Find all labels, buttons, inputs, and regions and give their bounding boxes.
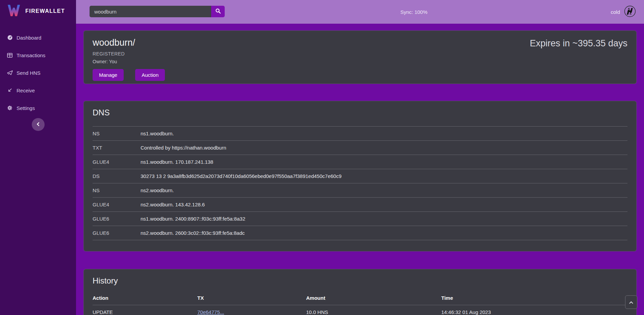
dns-record-value: ns1.woodburn. xyxy=(141,127,627,141)
dns-record-type: GLUE4 xyxy=(93,155,141,169)
domain-owner: Owner: You xyxy=(93,59,627,64)
dns-record-value: ns2.woodburn. 143.42.128.6 xyxy=(141,198,627,212)
history-col-action: Action xyxy=(93,291,197,305)
scroll-to-top-button[interactable] xyxy=(625,295,637,309)
dns-record-value: ns2.woodburn. 2600:3c02::f03c:93ff:fe5a:… xyxy=(141,226,627,240)
sidebar-item-label: Transactions xyxy=(17,52,45,58)
chevron-left-icon xyxy=(36,122,40,128)
firewallet-logo-icon xyxy=(7,4,21,18)
dns-record-type: NS xyxy=(93,127,141,141)
dns-record-row: GLUE6 ns1.woodburn. 2400:8907::f03c:93ff… xyxy=(93,212,627,226)
dns-record-type: GLUE6 xyxy=(93,226,141,240)
dns-record-value: ns1.woodburn. 170.187.241.138 xyxy=(141,155,627,169)
auction-button[interactable]: Auction xyxy=(135,69,165,81)
sidebar-nav: Dashboard Transactions Send HNS Receive xyxy=(0,29,76,117)
sync-status: Sync: 100% xyxy=(400,0,427,24)
sidebar-item-transactions[interactable]: Transactions xyxy=(0,46,76,64)
domain-expiry: Expires in ~395.35 days xyxy=(530,38,627,49)
search-input[interactable] xyxy=(90,6,211,17)
manage-button[interactable]: Manage xyxy=(93,69,124,81)
dns-title: DNS xyxy=(93,108,627,117)
tx-link[interactable]: 70e64775... xyxy=(197,309,224,315)
search-bar xyxy=(90,6,225,17)
dns-record-value: ns1.woodburn. 2400:8907::f03c:93ff:fe5a:… xyxy=(141,212,627,226)
sidebar-item-label: Receive xyxy=(17,88,35,93)
dns-record-type: DS xyxy=(93,169,141,183)
sidebar: FIREWALLET Dashboard Transactions Send H… xyxy=(0,0,76,315)
transactions-table-icon xyxy=(7,52,13,58)
sidebar-collapse-button[interactable] xyxy=(32,118,45,131)
topbar: Sync: 100% cold xyxy=(76,0,644,24)
dns-table: NS ns1.woodburn. TXT Controlled by https… xyxy=(93,126,627,240)
history-row: UPDATE 70e64775... 10.0 HNS 14:46:32 01 … xyxy=(93,305,627,315)
sidebar-item-receive[interactable]: Receive xyxy=(0,82,76,99)
sidebar-item-settings[interactable]: Settings xyxy=(0,99,76,117)
app-logo: FIREWALLET xyxy=(0,0,76,21)
history-col-time: Time xyxy=(441,291,627,305)
dns-record-row: GLUE6 ns2.woodburn. 2600:3c02::f03c:93ff… xyxy=(93,226,627,240)
domain-summary-card: woodburn/ REGISTERED Owner: You Manage A… xyxy=(83,30,637,84)
domain-actions: Manage Auction xyxy=(93,69,627,81)
dns-record-value: Controlled by https://nathan.woodburn xyxy=(141,141,627,155)
dns-record-type: NS xyxy=(93,183,141,198)
dns-record-row: TXT Controlled by https://nathan.woodbur… xyxy=(93,141,627,155)
dns-record-value: 30273 13 2 9a3a8fb3d625d2a2073d740f10da6… xyxy=(141,169,627,183)
search-icon xyxy=(215,8,221,15)
brand-name: FIREWALLET xyxy=(25,8,65,14)
history-action: UPDATE xyxy=(93,305,197,315)
settings-gear-icon xyxy=(7,105,13,111)
history-amount: 10.0 HNS xyxy=(306,305,441,315)
sidebar-item-label: Dashboard xyxy=(17,35,41,41)
history-col-amount: Amount xyxy=(306,291,441,305)
dns-record-row: NS ns1.woodburn. xyxy=(93,127,627,141)
history-col-tx: TX xyxy=(197,291,306,305)
main-content: woodburn/ REGISTERED Owner: You Manage A… xyxy=(76,24,644,315)
dns-record-row: GLUE4 ns1.woodburn. 170.187.241.138 xyxy=(93,155,627,169)
history-header-row: Action TX Amount Time xyxy=(93,291,627,305)
dns-record-row: DS 30273 13 2 9a3a8fb3d625d2a2073d740f10… xyxy=(93,169,627,183)
wallet-name: cold xyxy=(611,9,620,15)
domain-status: REGISTERED xyxy=(93,51,627,57)
dns-card: DNS NS ns1.woodburn. TXT Controlled by h… xyxy=(83,101,637,251)
dns-record-type: TXT xyxy=(93,141,141,155)
history-table: Action TX Amount Time UPDATE 70e64775...… xyxy=(93,291,627,315)
dns-record-type: GLUE4 xyxy=(93,198,141,212)
history-time: 14:46:32 01 Aug 2023 xyxy=(441,305,627,315)
dns-record-value: ns2.woodburn. xyxy=(141,183,627,198)
search-button[interactable] xyxy=(211,6,225,17)
sidebar-item-send-hns[interactable]: Send HNS xyxy=(0,64,76,82)
sidebar-item-label: Send HNS xyxy=(17,70,41,76)
history-title: History xyxy=(93,276,627,286)
sidebar-item-dashboard[interactable]: Dashboard xyxy=(0,29,76,46)
dns-record-row: GLUE4 ns2.woodburn. 143.42.128.6 xyxy=(93,198,627,212)
dns-record-row: NS ns2.woodburn. xyxy=(93,183,627,198)
send-plane-icon xyxy=(7,70,13,75)
history-card: History Action TX Amount Time UPDATE 70e… xyxy=(83,269,637,315)
dns-record-type: GLUE6 xyxy=(93,212,141,226)
dashboard-gauge-icon xyxy=(7,35,13,40)
sidebar-item-label: Settings xyxy=(17,105,35,111)
wallet-status[interactable]: cold xyxy=(611,0,636,24)
handshake-hns-icon xyxy=(624,5,636,19)
receive-arrow-icon xyxy=(7,88,13,93)
chevron-up-icon xyxy=(629,300,633,305)
